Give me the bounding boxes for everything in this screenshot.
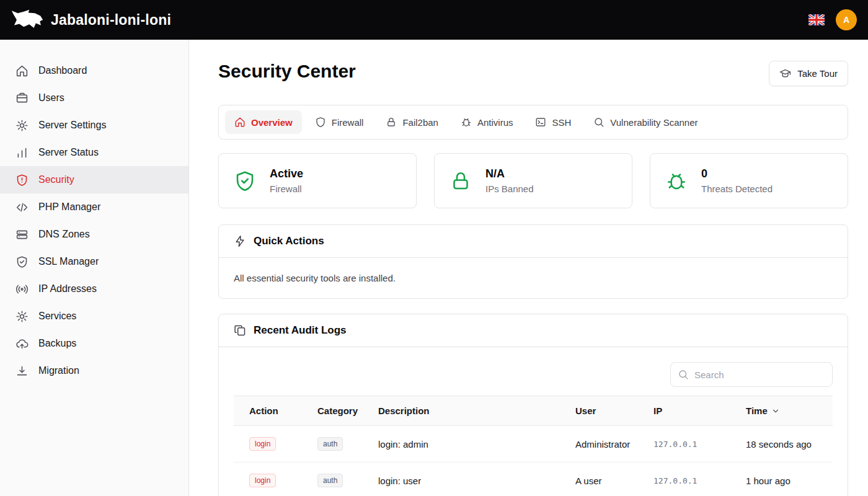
tab-overview[interactable]: Overview bbox=[225, 110, 302, 134]
sidebar-item-label: SSL Manager bbox=[38, 256, 99, 267]
quick-actions-title: Quick Actions bbox=[254, 235, 324, 247]
table-row: login auth login: user A user 127.0.0.1 … bbox=[234, 463, 833, 496]
quick-actions-message: All essential security tools are install… bbox=[234, 273, 833, 283]
lock-icon bbox=[450, 170, 472, 192]
sidebar-item-label: PHP Manager bbox=[38, 202, 100, 213]
sidebar-item-label: Server Status bbox=[38, 147, 99, 158]
time-cell: 1 hour ago bbox=[746, 463, 833, 496]
graduation-cap-icon bbox=[779, 68, 791, 79]
sidebar-item-label: Security bbox=[38, 174, 74, 185]
language-flag-icon[interactable] bbox=[808, 14, 825, 25]
tab-ssh[interactable]: SSH bbox=[526, 110, 580, 134]
stat-value: Active bbox=[270, 167, 303, 180]
take-tour-label: Take Tour bbox=[797, 68, 838, 79]
column-description: Description bbox=[378, 396, 575, 426]
home-icon bbox=[16, 64, 29, 78]
stat-label: Firewall bbox=[270, 184, 303, 194]
tab-label: Vulnerability Scanner bbox=[610, 117, 698, 128]
search-icon bbox=[678, 369, 689, 380]
shield-check-icon bbox=[16, 255, 29, 268]
chevron-down-icon bbox=[771, 407, 780, 415]
sidebar-item-label: DNS Zones bbox=[38, 229, 90, 240]
user-cell: Administrator bbox=[575, 426, 653, 463]
sidebar-item-services[interactable]: Services bbox=[0, 303, 188, 330]
bull-logo-icon bbox=[11, 9, 43, 31]
stat-value: N/A bbox=[485, 167, 534, 180]
gear-icon bbox=[16, 119, 29, 132]
column-action: Action bbox=[234, 396, 317, 426]
column-time: Time bbox=[746, 405, 768, 416]
category-badge: auth bbox=[317, 474, 343, 487]
copy-icon bbox=[234, 324, 246, 337]
broadcast-icon bbox=[16, 283, 29, 296]
stat-cards: Active Firewall N/A IPs Banned 0 Threats… bbox=[218, 153, 848, 208]
action-badge[interactable]: login bbox=[249, 437, 276, 451]
sidebar-item-label: Users bbox=[38, 92, 64, 104]
search-input[interactable] bbox=[670, 362, 833, 387]
sidebar: Dashboard Users Server Settings Server S… bbox=[0, 40, 189, 496]
sidebar-item-server-status[interactable]: Server Status bbox=[0, 139, 188, 166]
download-icon bbox=[16, 365, 29, 378]
bug-icon bbox=[665, 170, 688, 192]
audit-table: Action Category Description User IP Time bbox=[234, 396, 833, 496]
bug-icon bbox=[461, 117, 472, 128]
tab-label: Fail2ban bbox=[402, 117, 438, 128]
sidebar-item-label: Backups bbox=[38, 338, 76, 349]
sidebar-item-label: Dashboard bbox=[38, 65, 87, 76]
column-user: User bbox=[575, 396, 653, 426]
description-cell: login: admin bbox=[378, 426, 575, 463]
sidebar-item-users[interactable]: Users bbox=[0, 84, 188, 112]
column-time-sort[interactable]: Time bbox=[746, 405, 780, 416]
page-title: Security Center bbox=[218, 61, 356, 82]
tab-antivirus[interactable]: Antivirus bbox=[451, 110, 523, 134]
sidebar-item-server-settings[interactable]: Server Settings bbox=[0, 112, 188, 139]
quick-actions-card: Quick Actions All essential security too… bbox=[218, 224, 848, 299]
sidebar-item-migration[interactable]: Migration bbox=[0, 357, 188, 384]
stat-card-threats: 0 Threats Detected bbox=[650, 153, 848, 208]
sidebar-item-label: Server Settings bbox=[38, 120, 106, 131]
gear-icon bbox=[16, 310, 29, 323]
tab-vulnerability-scanner[interactable]: Vulnerability Scanner bbox=[584, 110, 707, 134]
sidebar-item-ssl-manager[interactable]: SSL Manager bbox=[0, 248, 188, 275]
sidebar-item-dns-zones[interactable]: DNS Zones bbox=[0, 221, 188, 248]
user-cell: A user bbox=[575, 463, 653, 496]
lock-icon bbox=[386, 117, 397, 128]
audit-logs-card: Recent Audit Logs Action Category bbox=[218, 314, 848, 496]
column-category: Category bbox=[317, 396, 378, 426]
shield-check-icon bbox=[234, 170, 256, 192]
stat-card-ips-banned: N/A IPs Banned bbox=[434, 153, 632, 208]
sidebar-item-php-manager[interactable]: PHP Manager bbox=[0, 193, 188, 221]
stat-card-firewall: Active Firewall bbox=[218, 153, 417, 208]
brand[interactable]: Jabaloni-loni-loni bbox=[11, 9, 171, 31]
lightning-icon bbox=[234, 235, 246, 247]
tab-fail2ban[interactable]: Fail2ban bbox=[376, 110, 448, 134]
security-tabs: Overview Firewall Fail2ban Antivirus SSH… bbox=[218, 105, 848, 140]
avatar[interactable]: A bbox=[836, 9, 857, 30]
stat-label: IPs Banned bbox=[485, 184, 534, 194]
sidebar-item-backups[interactable]: Backups bbox=[0, 330, 188, 357]
tab-label: Overview bbox=[251, 117, 293, 128]
action-badge[interactable]: login bbox=[249, 474, 276, 487]
table-header-row: Action Category Description User IP Time bbox=[234, 396, 833, 426]
tab-label: SSH bbox=[552, 117, 571, 128]
audit-logs-title: Recent Audit Logs bbox=[254, 324, 347, 337]
main-content: Security Center Take Tour Overview Firew… bbox=[189, 40, 868, 496]
ip-cell: 127.0.0.1 bbox=[653, 463, 746, 496]
shield-alert-icon bbox=[16, 174, 29, 187]
sidebar-item-label: IP Addresses bbox=[38, 283, 97, 294]
terminal-icon bbox=[535, 117, 546, 128]
tab-firewall[interactable]: Firewall bbox=[306, 110, 373, 134]
topbar: Jabaloni-loni-loni A bbox=[0, 0, 868, 40]
sidebar-item-dashboard[interactable]: Dashboard bbox=[0, 57, 188, 84]
tab-label: Firewall bbox=[332, 117, 364, 128]
category-badge: auth bbox=[317, 437, 343, 451]
app-title: Jabaloni-loni-loni bbox=[51, 12, 171, 29]
stat-label: Threats Detected bbox=[701, 184, 773, 194]
sidebar-item-ip-addresses[interactable]: IP Addresses bbox=[0, 275, 188, 303]
server-icon bbox=[16, 228, 29, 241]
column-ip: IP bbox=[653, 396, 746, 426]
sidebar-item-label: Services bbox=[38, 311, 76, 322]
take-tour-button[interactable]: Take Tour bbox=[769, 61, 848, 86]
sidebar-item-security[interactable]: Security bbox=[0, 166, 188, 193]
code-icon bbox=[16, 201, 29, 214]
